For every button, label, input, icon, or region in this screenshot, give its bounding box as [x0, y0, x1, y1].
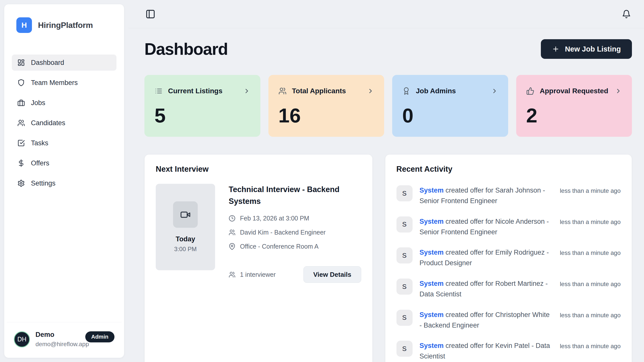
list-item: S System created offer for Robert Martin… [396, 279, 621, 300]
recent-activity-title: Recent Activity [396, 165, 621, 174]
bell-icon [622, 10, 631, 19]
activity-timestamp: less than a minute ago [560, 341, 621, 362]
plus-icon [552, 45, 559, 53]
interview-location-row: Office - Conference Room A [229, 243, 361, 250]
interview-datetime-row: Feb 13, 2026 at 3:00 PM [229, 215, 361, 222]
activity-actor: System [420, 311, 444, 319]
stat-value: 2 [526, 106, 622, 126]
stat-cards: Current Listings 5 Total Applicants [144, 75, 632, 137]
list-item: S System created offer for Nicole Anders… [396, 216, 621, 238]
avatar: S [396, 247, 413, 263]
stat-card-total-applicants[interactable]: Total Applicants 16 [268, 75, 384, 137]
users-icon [17, 119, 25, 127]
sidebar-item-label: Jobs [31, 99, 45, 107]
sidebar-item-settings[interactable]: Settings [12, 175, 116, 191]
avatar: S [396, 341, 413, 357]
next-interview-panel: Next Interview Today 3:00 PM Technical I… [144, 154, 373, 362]
interview-job-title: Technical Interview - Backend Systems [229, 184, 361, 207]
activity-actor: System [420, 280, 444, 287]
sidebar-nav: Dashboard Team Members Jobs Candidates T… [4, 55, 124, 191]
activity-actor: System [420, 187, 444, 194]
list-item: S System created offer for Emily Rodrigu… [396, 247, 621, 268]
stat-card-current-listings[interactable]: Current Listings 5 [144, 75, 260, 137]
page-title: Dashboard [144, 39, 228, 59]
award-icon [402, 87, 410, 95]
sidebar-item-label: Settings [31, 179, 56, 187]
user-name: Demo [35, 331, 80, 339]
interview-location: Office - Conference Room A [240, 243, 318, 250]
sidebar-item-jobs[interactable]: Jobs [12, 95, 116, 111]
interview-thumbnail: Today 3:00 PM [156, 184, 215, 270]
new-job-listing-button[interactable]: New Job Listing [541, 39, 632, 59]
activity-message: System created offer for Robert Martinez… [420, 279, 553, 300]
chevron-right-icon [615, 87, 622, 95]
chevron-right-icon [367, 87, 374, 95]
activity-message: System created offer for Sarah Johnson -… [420, 185, 553, 206]
activity-list: S System created offer for Sarah Johnson… [396, 185, 621, 362]
activity-actor: System [420, 342, 444, 349]
activity-actor: System [420, 218, 444, 225]
activity-actor: System [420, 249, 444, 256]
activity-message: System created offer for Kevin Patel - D… [420, 341, 553, 362]
interview-time: 3:00 PM [174, 246, 196, 253]
main-area: Dashboard New Job Listing Current Listin… [128, 0, 644, 362]
activity-timestamp: less than a minute ago [560, 310, 621, 331]
video-icon [173, 201, 198, 228]
clock-icon [229, 215, 235, 222]
sidebar-item-offers[interactable]: Offers [12, 155, 116, 171]
stat-label: Total Applicants [292, 87, 346, 95]
next-interview-title: Next Interview [156, 165, 361, 174]
topbar [128, 0, 644, 28]
dollar-icon [17, 159, 25, 167]
sidebar-item-candidates[interactable]: Candidates [12, 115, 116, 131]
interview-person-row: David Kim - Backend Engineer [229, 229, 361, 236]
new-job-listing-label: New Job Listing [565, 45, 621, 53]
thumbs-up-icon [526, 87, 534, 95]
brand: H HiringPlatform [4, 4, 124, 33]
sidebar-item-label: Dashboard [31, 59, 64, 67]
activity-message: System created offer for Nicole Anderson… [420, 216, 553, 238]
users-icon [278, 87, 287, 95]
activity-timestamp: less than a minute ago [560, 279, 621, 300]
map-pin-icon [229, 243, 235, 250]
sidebar-item-label: Offers [31, 159, 49, 167]
brand-name: HiringPlatform [38, 21, 93, 30]
sidebar-toggle-button[interactable] [144, 8, 157, 21]
sidebar-item-label: Tasks [31, 139, 48, 147]
notifications-button[interactable] [620, 8, 632, 20]
page-header: Dashboard New Job Listing [144, 39, 632, 59]
briefcase-icon [17, 99, 25, 107]
list-item: S System created offer for Christopher W… [396, 310, 621, 331]
list-item: S System created offer for Sarah Johnson… [396, 185, 621, 206]
stat-card-job-admins[interactable]: Job Admins 0 [392, 75, 508, 137]
interviewer-count-row: 1 interviewer [229, 271, 276, 278]
brand-logo: H [16, 17, 32, 33]
shield-icon [17, 79, 25, 86]
avatar: S [396, 279, 413, 295]
stat-card-approval-requested[interactable]: Approval Requested 2 [516, 75, 632, 137]
interview-datetime: Feb 13, 2026 at 3:00 PM [240, 215, 309, 222]
sidebar-item-label: Candidates [31, 119, 65, 127]
user-email: demo@hireflow.app [35, 341, 80, 348]
sidebar-item-tasks[interactable]: Tasks [12, 135, 116, 151]
user-profile[interactable]: DH Demo demo@hireflow.app Admin [7, 322, 122, 358]
activity-message: System created offer for Emily Rodriguez… [420, 247, 553, 268]
sidebar-item-team-members[interactable]: Team Members [12, 75, 116, 91]
dashboard-panels: Next Interview Today 3:00 PM Technical I… [144, 154, 632, 362]
users-icon [229, 229, 235, 236]
content: Dashboard New Job Listing Current Listin… [128, 28, 644, 362]
stat-value: 16 [278, 106, 374, 126]
avatar: S [396, 185, 413, 201]
avatar: S [396, 310, 413, 326]
interviewer-count: 1 interviewer [240, 271, 276, 278]
stat-label: Job Admins [416, 87, 456, 95]
chevron-right-icon [491, 87, 498, 95]
view-details-button[interactable]: View Details [303, 266, 361, 283]
role-badge: Admin [85, 331, 114, 342]
sidebar: H HiringPlatform Dashboard Team Members … [4, 4, 124, 358]
activity-message: System created offer for Christopher Whi… [420, 310, 553, 331]
sidebar-item-dashboard[interactable]: Dashboard [12, 55, 116, 71]
interview-day: Today [176, 235, 195, 243]
activity-timestamp: less than a minute ago [560, 216, 621, 238]
recent-activity-panel: Recent Activity S System created offer f… [385, 154, 632, 362]
